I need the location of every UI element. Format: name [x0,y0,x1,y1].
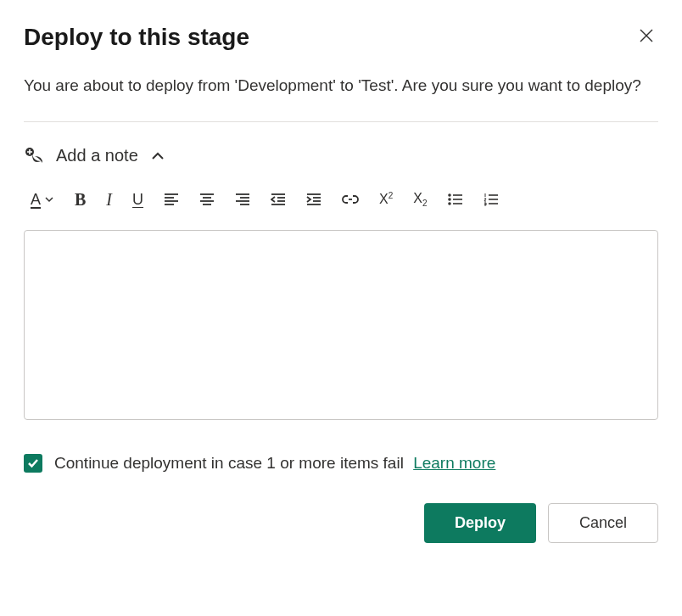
note-icon [24,146,44,166]
dialog-header: Deploy to this stage [24,24,658,51]
subscript-icon: X2 [413,191,427,208]
font-color-icon: A [31,191,41,209]
align-center-button[interactable] [199,192,215,207]
font-color-group: A [31,191,54,209]
deploy-button[interactable]: Deploy [424,503,536,543]
editor-toolbar: A B I U [24,190,658,210]
underline-icon: U [132,191,143,209]
decrease-indent-icon [271,192,286,207]
svg-point-25 [449,199,450,200]
increase-indent-button[interactable] [306,192,321,207]
font-color-button[interactable]: A [31,191,41,209]
bold-button[interactable]: B [75,190,86,210]
increase-indent-icon [306,192,321,207]
link-icon [342,193,359,205]
bold-icon: B [75,190,86,210]
font-color-dropdown[interactable] [44,194,54,204]
continue-deployment-row: Continue deployment in case 1 or more it… [24,454,658,473]
continue-deployment-label: Continue deployment in case 1 or more it… [54,454,495,473]
align-left-icon [164,192,179,207]
dialog-title: Deploy to this stage [24,24,249,51]
learn-more-link[interactable]: Learn more [413,454,495,472]
continue-deployment-checkbox[interactable] [24,454,42,473]
superscript-icon: X2 [379,191,393,207]
align-right-button[interactable] [235,192,250,207]
underline-button[interactable]: U [132,191,143,209]
note-section-header[interactable]: Add a note [24,146,658,166]
divider [24,121,658,122]
numbered-list-button[interactable] [484,192,499,207]
italic-button[interactable]: I [106,190,112,210]
dialog-description: You are about to deploy from 'Developmen… [24,75,658,98]
align-left-button[interactable] [164,192,179,207]
bullet-list-icon [448,192,463,207]
cancel-button[interactable]: Cancel [548,503,658,543]
note-editor[interactable] [24,230,658,420]
chevron-up-icon [150,148,165,164]
svg-point-27 [449,203,450,204]
align-right-icon [235,192,250,207]
dialog-footer: Deploy Cancel [24,503,658,543]
link-button[interactable] [342,193,359,205]
align-center-icon [199,192,215,207]
subscript-button[interactable]: X2 [413,191,427,208]
bullet-list-button[interactable] [448,192,463,207]
checkmark-icon [27,457,39,469]
decrease-indent-button[interactable] [271,192,286,207]
superscript-button[interactable]: X2 [379,191,393,207]
close-button[interactable] [634,24,658,48]
note-label: Add a note [56,146,138,165]
close-icon [638,27,655,44]
chevron-down-icon [44,194,54,204]
numbered-list-icon [484,192,499,207]
svg-point-23 [449,194,450,196]
italic-icon: I [106,190,112,210]
